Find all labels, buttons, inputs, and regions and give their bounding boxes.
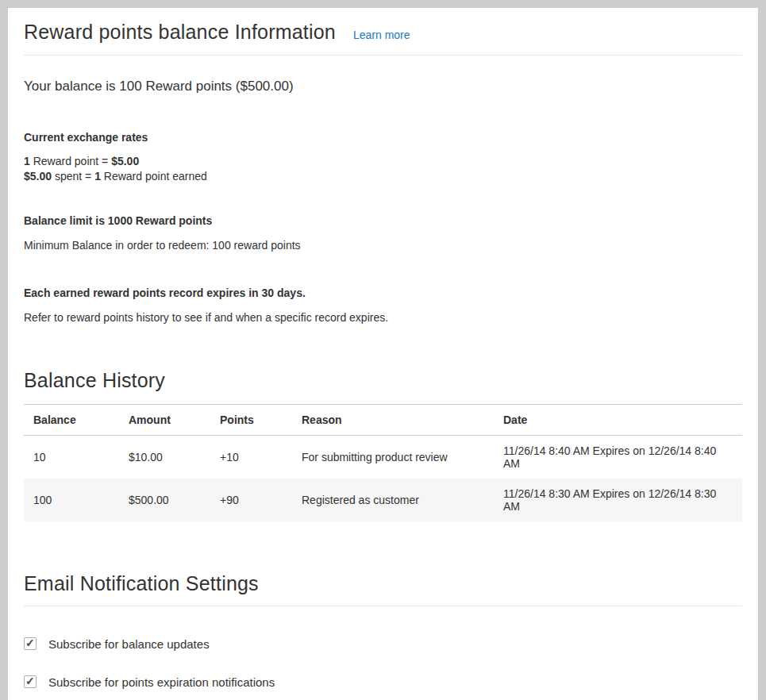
- balance-history-heading: Balance History: [24, 369, 742, 392]
- rate2-money: $5.00: [24, 170, 52, 183]
- minimum-balance-text: Minimum Balance in order to redeem: 100 …: [24, 239, 742, 252]
- rate1-points: 1: [24, 155, 30, 167]
- option-row: Subscribe for balance updates: [24, 637, 742, 651]
- table-row: 100$500.00+90Registered as customer11/26…: [24, 479, 742, 521]
- exchange-rates-heading: Current exchange rates: [24, 131, 742, 144]
- table-header: BalanceAmountPointsReasonDate: [24, 404, 742, 435]
- rate1-money: $5.00: [111, 155, 139, 167]
- table-body: 10$10.00+10For submitting product review…: [24, 435, 742, 521]
- exchange-rate-line-2: $5.00 spent = 1 Reward point earned: [24, 169, 742, 184]
- column-header-balance: Balance: [24, 404, 119, 435]
- column-header-date: Date: [494, 404, 742, 435]
- subscribe-for-balance-updates-checkbox[interactable]: [24, 637, 37, 650]
- expiry-text: Refer to reward points history to see if…: [24, 311, 742, 324]
- rate2-text: spent =: [52, 170, 94, 183]
- expiry-heading: Each earned reward points record expires…: [24, 287, 742, 299]
- cell-amount: $10.00: [119, 435, 210, 479]
- cell-date: 11/26/14 8:30 AM Expires on 12/26/14 8:3…: [494, 479, 742, 521]
- cell-date: 11/26/14 8:40 AM Expires on 12/26/14 8:4…: [494, 435, 742, 479]
- column-header-points: Points: [210, 404, 292, 435]
- email-notification-heading: Email Notification Settings: [24, 572, 742, 606]
- column-header-amount: Amount: [119, 404, 210, 435]
- option-row: Subscribe for points expiration notifica…: [24, 675, 742, 689]
- subscribe-for-points-expiration-notifications-label: Subscribe for points expiration notifica…: [48, 675, 275, 689]
- rate2-tail: Reward point earned: [101, 170, 207, 183]
- rate1-text: Reward point =: [30, 155, 111, 167]
- cell-balance: 100: [24, 479, 119, 521]
- balance-summary: Your balance is 100 Reward points ($500.…: [24, 79, 742, 94]
- column-header-reason: Reason: [292, 404, 494, 435]
- cell-reason: Registered as customer: [292, 479, 494, 521]
- reward-points-card: Reward points balance Information Learn …: [8, 8, 758, 700]
- exchange-rates-lines: 1 Reward point = $5.00 $5.00 spent = 1 R…: [24, 154, 742, 184]
- table-row: 10$10.00+10For submitting product review…: [24, 435, 742, 479]
- balance-history-table: BalanceAmountPointsReasonDate 10$10.00+1…: [24, 404, 742, 521]
- page-title: Reward points balance Information: [24, 21, 336, 44]
- learn-more-link[interactable]: Learn more: [353, 29, 410, 41]
- table-header-row: BalanceAmountPointsReasonDate: [24, 404, 742, 435]
- cell-points: +90: [210, 479, 292, 521]
- subscribe-for-balance-updates-label: Subscribe for balance updates: [48, 637, 210, 651]
- cell-balance: 10: [24, 435, 119, 479]
- cell-amount: $500.00: [119, 479, 210, 521]
- rate2-points: 1: [94, 170, 101, 183]
- balance-limit-heading: Balance limit is 1000 Reward points: [24, 214, 742, 227]
- exchange-rate-line-1: 1 Reward point = $5.00: [24, 154, 742, 169]
- cell-reason: For submitting product review: [292, 435, 494, 479]
- subscription-options: Subscribe for balance updatesSubscribe f…: [24, 637, 742, 689]
- page-header: Reward points balance Information Learn …: [24, 21, 742, 56]
- cell-points: +10: [210, 435, 292, 479]
- subscribe-for-points-expiration-notifications-checkbox[interactable]: [24, 675, 37, 688]
